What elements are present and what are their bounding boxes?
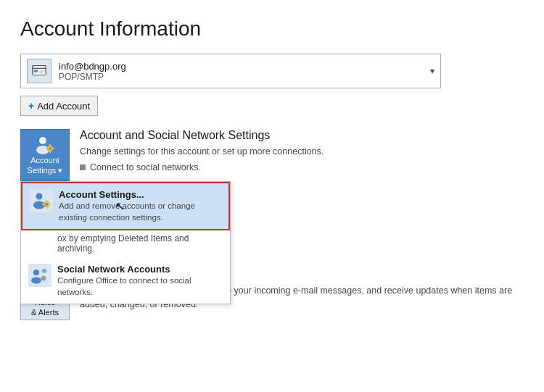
svg-point-9 bbox=[49, 147, 51, 150]
account-settings-dropdown: Account Settings... Add and remove accou… bbox=[20, 181, 231, 304]
dropdown-item-text-1: Account Settings... Add and remove accou… bbox=[59, 189, 221, 223]
dropdown-item-desc-1: Add and remove accounts or change existi… bbox=[59, 200, 221, 223]
svg-point-17 bbox=[45, 203, 48, 206]
add-account-button[interactable]: + Add Account bbox=[20, 96, 98, 116]
svg-point-22 bbox=[33, 270, 39, 275]
account-email: info@bdngp.org bbox=[59, 61, 424, 72]
account-settings-card: Account Settings ▾ Account and Social Ne… bbox=[20, 129, 524, 181]
plus-icon: + bbox=[28, 100, 34, 112]
dropdown-item-text-2: Social Network Accounts Configure Office… bbox=[57, 264, 223, 298]
bullet-square bbox=[80, 164, 86, 170]
svg-rect-13 bbox=[52, 148, 54, 149]
dropdown-item-account-settings[interactable]: Account Settings... Add and remove accou… bbox=[21, 182, 230, 230]
account-settings-desc: Change settings for this account or set … bbox=[80, 145, 514, 175]
account-settings-icon-label2: Settings ▾ bbox=[28, 166, 63, 175]
account-settings-section: Account Settings ▾ Account and Social Ne… bbox=[20, 129, 524, 181]
svg-rect-21 bbox=[49, 204, 51, 205]
svg-rect-20 bbox=[42, 204, 44, 205]
account-settings-icon-label1: Account bbox=[30, 156, 59, 164]
svg-rect-2 bbox=[34, 70, 38, 72]
svg-rect-5 bbox=[33, 74, 46, 75]
svg-rect-10 bbox=[49, 144, 51, 146]
account-type: POP/SMTP bbox=[59, 72, 424, 82]
dropdown-item-title-1: Account Settings... bbox=[59, 189, 221, 200]
svg-rect-12 bbox=[46, 148, 48, 149]
manage-rules-label2: & Alerts bbox=[31, 308, 59, 317]
account-row[interactable]: info@bdngp.org POP/SMTP ▾ bbox=[20, 54, 441, 88]
dropdown-account-icon bbox=[30, 189, 53, 212]
svg-point-24 bbox=[41, 276, 46, 281]
dropdown-item-social-network[interactable]: Social Network Accounts Configure Office… bbox=[21, 258, 230, 304]
dropdown-arrow[interactable]: ▾ bbox=[430, 66, 434, 76]
page-title: Account Information bbox=[20, 17, 524, 41]
svg-point-14 bbox=[36, 193, 43, 200]
svg-rect-18 bbox=[46, 201, 47, 203]
account-settings-info: Account and Social Network Settings Chan… bbox=[70, 129, 524, 175]
account-icon bbox=[27, 59, 51, 83]
dropdown-item-title-2: Social Network Accounts bbox=[57, 264, 223, 275]
svg-point-23 bbox=[42, 269, 46, 273]
main-content: Account Information info@bdngp.org POP/S… bbox=[0, 0, 544, 392]
account-settings-title: Account and Social Network Settings bbox=[80, 129, 514, 142]
dropdown-item-desc-2: Configure Office to connect to social ne… bbox=[57, 275, 223, 298]
dropdown-social-icon bbox=[28, 264, 51, 287]
svg-rect-19 bbox=[46, 207, 47, 209]
account-details: info@bdngp.org POP/SMTP bbox=[59, 61, 424, 82]
svg-rect-11 bbox=[49, 151, 51, 153]
mailbox-text: ox by emptying Deleted Items and archivi… bbox=[21, 230, 230, 258]
svg-point-6 bbox=[39, 137, 46, 144]
svg-point-25 bbox=[31, 278, 41, 284]
account-settings-button[interactable]: Account Settings ▾ bbox=[20, 129, 70, 181]
add-account-label: Add Account bbox=[37, 101, 90, 112]
